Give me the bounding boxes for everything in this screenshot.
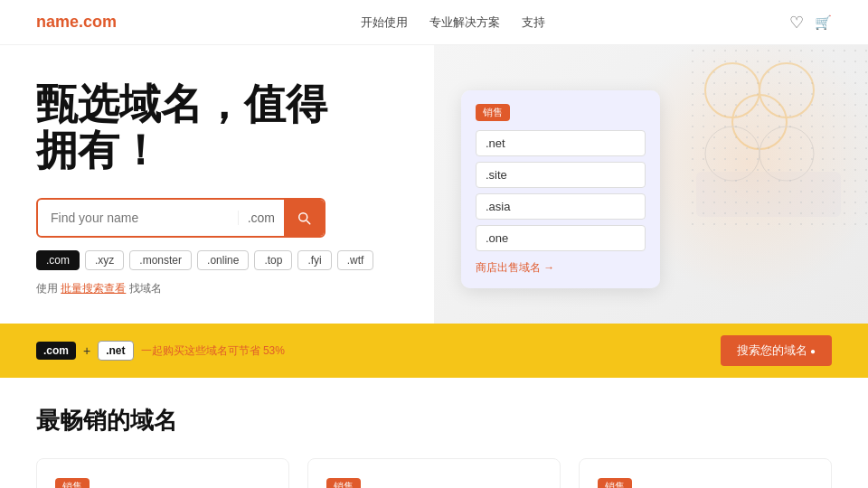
tld-tag-com[interactable]: .com: [36, 250, 80, 270]
search-icon: [296, 210, 312, 226]
wishlist-icon[interactable]: ♡: [789, 13, 804, 33]
badge-com: .com: [36, 342, 76, 360]
card-com: 销售 .com 最资深的通用顶级域名，全球数百万企业与个人在用 / 第一年 搜索…: [36, 458, 289, 488]
card-badge-com: 销售: [55, 478, 90, 488]
search-input[interactable]: [38, 211, 238, 225]
tld-tag-wtf[interactable]: .wtf: [337, 250, 374, 270]
bulk-search-link: 使用 批量搜索查看 找域名: [36, 281, 832, 296]
search-domain-button[interactable]: 搜索您的域名: [721, 335, 832, 366]
tld-tag-monster[interactable]: .monster: [129, 250, 192, 270]
hero-section: 甄选域名，值得 拥有！ .com .com .xyz .monster .onl…: [0, 45, 868, 324]
hero-left: 甄选域名，值得 拥有！ .com .com .xyz .monster .onl…: [36, 81, 832, 296]
tld-tag-fyi[interactable]: .fyi: [297, 250, 331, 270]
bulk-search-anchor[interactable]: 批量搜索查看: [61, 282, 126, 295]
nav-links: 开始使用 专业解决方案 支持: [361, 14, 545, 31]
plus-sign: +: [83, 343, 90, 358]
section-title: 最畅销的域名: [36, 405, 832, 436]
search-button[interactable]: [284, 198, 324, 238]
tld-display: .com: [238, 211, 284, 225]
card-badge-xyz: 销售: [326, 478, 361, 488]
logo[interactable]: name.com: [36, 13, 117, 32]
hero-title: 甄选域名，值得 拥有！: [36, 81, 832, 173]
tld-tag-xyz[interactable]: .xyz: [85, 250, 124, 270]
cart-icon[interactable]: 🛒: [815, 14, 832, 31]
search-bar: .com: [36, 198, 326, 238]
nav-link-support[interactable]: 支持: [522, 14, 545, 31]
popular-section: 最畅销的域名 销售 .com 最资深的通用顶级域名，全球数百万企业与个人在用 /…: [0, 378, 868, 488]
logo-tld: .com: [79, 13, 117, 31]
badge-net: .net: [98, 341, 133, 361]
card-monster: 销售 .monster 理想空间，释放无限想象力。 / 第一年 搜索 .mons…: [579, 458, 832, 488]
banner-info: .com + .net 一起购买这些域名可节省 53%: [36, 341, 285, 361]
navbar: name.com 开始使用 专业解决方案 支持 ♡ 🛒: [0, 0, 868, 45]
discount-note: 一起购买这些域名可节省 53%: [141, 343, 285, 359]
nav-link-pro[interactable]: 专业解决方案: [429, 14, 500, 31]
tld-tag-top[interactable]: .top: [254, 250, 292, 270]
promo-banner: .com + .net 一起购买这些域名可节省 53% 搜索您的域名: [0, 324, 868, 378]
nav-icons: ♡ 🛒: [789, 13, 832, 33]
card-badge-monster: 销售: [598, 478, 632, 488]
nav-link-start[interactable]: 开始使用: [361, 14, 408, 31]
tld-tags: .com .xyz .monster .online .top .fyi .wt…: [36, 250, 832, 270]
logo-text: name: [36, 13, 79, 31]
card-xyz: 销售 .xyz 功能强、故障低、用户广、行业多 / 第一年 搜索 .xyz: [307, 458, 561, 488]
tld-tag-online[interactable]: .online: [197, 250, 249, 270]
domain-cards-row: 销售 .com 最资深的通用顶级域名，全球数百万企业与个人在用 / 第一年 搜索…: [36, 458, 832, 488]
